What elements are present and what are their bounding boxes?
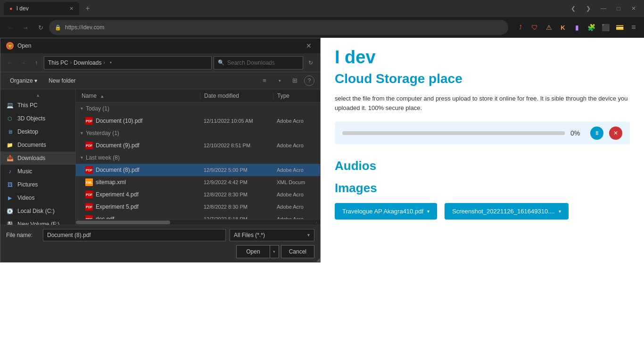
breadcrumb-item-downloads[interactable]: Downloads xyxy=(74,59,101,66)
sidebar-item-new-volume[interactable]: 💾 New Volume (F:) xyxy=(0,218,75,225)
pdf-icon: PDF xyxy=(85,117,93,125)
filename-input[interactable] xyxy=(43,229,226,241)
hscroll-thumb[interactable] xyxy=(76,220,170,224)
browser-nav-bar: ← → ↻ 🔒 https://idev.com ⤴ 🛡 ⚠ K ▮ 🧩 ⬛ 💳… xyxy=(0,17,644,38)
documents-icon: 📁 xyxy=(6,141,14,149)
tab-scroll-right[interactable]: ❯ xyxy=(582,2,595,15)
column-date-header[interactable]: Date modified xyxy=(200,93,273,99)
hscroll-right-arrow[interactable]: › xyxy=(314,220,318,224)
file-date-sitemap: 12/9/2022 4:42 PM xyxy=(200,179,273,185)
file-row-exp4[interactable]: PDF Experiment 4.pdf 12/8/2022 8:30 PM A… xyxy=(76,188,320,201)
file-name-doc9: Document (9).pdf xyxy=(96,142,200,149)
brave-wallet-icon[interactable]: 💳 xyxy=(613,21,626,34)
file-type-doc8: Adobe Acro xyxy=(273,167,320,173)
sidebar-item-local-disk[interactable]: 💽 Local Disk (C:) xyxy=(0,204,75,218)
sidebar-item-documents[interactable]: 📁 Documents xyxy=(0,138,75,152)
view-grid-button[interactable]: ⊞ xyxy=(289,75,300,86)
group-last-week-label: Last week (8) xyxy=(86,154,120,161)
dialog-up-button[interactable]: ↑ xyxy=(31,57,42,68)
page-description: select the file from the computer and pr… xyxy=(335,94,630,112)
back-button[interactable]: ← xyxy=(4,21,17,34)
brave-menu-icon[interactable]: ≡ xyxy=(627,21,640,34)
file-row-doc9[interactable]: PDF Document (9).pdf 12/10/2022 8:51 PM … xyxy=(76,139,320,152)
dialog-refresh-button[interactable]: ↻ xyxy=(305,57,316,68)
breadcrumb-item-this-pc[interactable]: This PC xyxy=(48,59,68,66)
sidebar-item-desktop[interactable]: 🖥 Desktop xyxy=(0,125,75,138)
file-row-doc8[interactable]: PDF Document (8).pdf 12/9/2022 5:00 PM A… xyxy=(76,164,320,176)
new-tab-button[interactable]: + xyxy=(81,2,94,15)
dialog-resize-handle[interactable]: ◢ xyxy=(314,256,320,262)
address-bar[interactable]: 🔒 https://idev.com xyxy=(49,20,508,35)
filelist-horizontal-scrollbar[interactable]: › xyxy=(76,219,320,225)
browser-icon-1[interactable]: ▮ xyxy=(570,21,584,34)
organize-button[interactable]: Organize ▾ xyxy=(6,76,41,86)
column-type-header: Type xyxy=(273,93,320,99)
file-item-name-0: Travelogue AP Akagra410.pdf xyxy=(342,208,423,215)
file-item-1[interactable]: Screenshot_20221126_161649310.... ▾ xyxy=(445,203,569,220)
dialog-title: Open xyxy=(17,42,299,49)
file-name-exp5: Experiment 5.pdf xyxy=(96,203,200,210)
window-maximize-button[interactable]: □ xyxy=(612,2,625,15)
dialog-close-button[interactable]: ✕ xyxy=(303,40,314,51)
window-close-button[interactable]: ✕ xyxy=(627,2,640,15)
file-row-dec[interactable]: PDF dec.pdf 12/7/2022 5:18 PM Adobe Acro xyxy=(76,213,320,219)
file-item-chevron-1: ▾ xyxy=(559,209,561,214)
file-row-exp5[interactable]: PDF Experiment 5.pdf 12/8/2022 8:30 PM A… xyxy=(76,201,320,213)
dialog-forward-button[interactable]: → xyxy=(17,57,29,68)
window-minimize-button[interactable]: — xyxy=(597,2,610,15)
upload-cancel-button[interactable]: ✕ xyxy=(609,127,622,140)
browser-tab-bar: ● I dev ✕ + ❮ ❯ — □ ✕ xyxy=(0,0,644,17)
new-folder-button[interactable]: New folder xyxy=(45,76,79,86)
group-today[interactable]: ▼ Today (1) xyxy=(76,102,320,115)
file-row-doc10[interactable]: PDF Document (10).pdf 12/11/2022 10:05 A… xyxy=(76,115,320,127)
page-title: I dev xyxy=(335,47,630,68)
tab-close-icon[interactable]: ✕ xyxy=(69,6,74,12)
brave-vpn-icon[interactable]: ⚠ xyxy=(542,21,555,34)
open-button[interactable]: Open xyxy=(236,245,269,258)
dialog-back-button[interactable]: ← xyxy=(4,57,16,68)
group-last-week[interactable]: ▼ Last week (8) xyxy=(76,152,320,164)
brave-shield-icon[interactable]: 🛡 xyxy=(528,21,541,34)
sidebar-item-this-pc[interactable]: 💻 This PC xyxy=(0,99,75,112)
forward-button[interactable]: → xyxy=(19,21,32,34)
filetype-select-wrapper[interactable]: All Files (*.*) PDF Files (*.pdf) XML Fi… xyxy=(230,229,314,241)
filename-row: File name: All Files (*.*) PDF Files (*.… xyxy=(6,229,314,241)
refresh-button[interactable]: ↻ xyxy=(34,21,47,34)
sidebar-item-music[interactable]: ♪ Music xyxy=(0,165,75,178)
breadcrumb-dropdown-button[interactable]: ▾ xyxy=(107,59,115,67)
sidebar-scroll-up[interactable]: ▲ xyxy=(0,91,75,99)
file-row-sitemap[interactable]: XML sitemap.xml 12/9/2022 4:42 PM XML Do… xyxy=(76,176,320,188)
sidebar-item-3d-objects[interactable]: ⬡ 3D Objects xyxy=(0,112,75,125)
file-item-0[interactable]: Travelogue AP Akagra410.pdf ▾ xyxy=(335,203,437,220)
images-section-title: Images xyxy=(335,181,630,195)
view-list-button[interactable]: ≡ xyxy=(259,75,270,86)
dialog-action-bar: Organize ▾ New folder ≡ ▾ ⊞ ? xyxy=(0,72,320,89)
browser-tab[interactable]: ● I dev ✕ xyxy=(4,2,79,15)
brave-share-icon[interactable]: ⤴ xyxy=(514,21,527,34)
brave-leo-icon[interactable]: K xyxy=(556,21,570,34)
upload-pause-button[interactable]: ⏸ xyxy=(590,127,603,140)
file-date-doc8: 12/9/2022 5:00 PM xyxy=(200,167,273,173)
sidebar-item-pictures[interactable]: 🖼 Pictures xyxy=(0,178,75,191)
cancel-button[interactable]: Cancel xyxy=(281,245,314,258)
dialog-bottom: File name: All Files (*.*) PDF Files (*.… xyxy=(0,225,320,262)
desktop-icon: 🖥 xyxy=(6,128,14,136)
downloads-icon: 📥 xyxy=(6,154,14,162)
file-item-chevron-0: ▾ xyxy=(427,209,429,214)
sidebar-item-downloads[interactable]: 📥 Downloads xyxy=(0,152,75,165)
breadcrumb-bar[interactable]: This PC › Downloads › ▾ xyxy=(44,56,212,69)
tab-scroll-left[interactable]: ❮ xyxy=(567,2,580,15)
brave-extensions-icon[interactable]: 🧩 xyxy=(585,21,598,34)
sidebar-item-videos[interactable]: ▶ Videos xyxy=(0,191,75,204)
sidebar-item-label-pictures: Pictures xyxy=(17,181,38,188)
group-yesterday[interactable]: ▼ Yesterday (1) xyxy=(76,127,320,139)
upload-progress-container: 0% ⏸ ✕ xyxy=(335,122,630,144)
column-name-header[interactable]: Name ▲ xyxy=(76,93,200,99)
open-dropdown-button[interactable]: ▾ xyxy=(270,245,279,258)
view-list-dropdown[interactable]: ▾ xyxy=(274,75,285,86)
pdf-icon-doc9: PDF xyxy=(85,142,93,149)
dialog-search-box[interactable]: 🔍 Search Downloads xyxy=(214,56,303,69)
brave-sidebar-icon[interactable]: ⬛ xyxy=(599,21,612,34)
filetype-select[interactable]: All Files (*.*) PDF Files (*.pdf) XML Fi… xyxy=(230,229,314,241)
help-button[interactable]: ? xyxy=(304,76,314,86)
